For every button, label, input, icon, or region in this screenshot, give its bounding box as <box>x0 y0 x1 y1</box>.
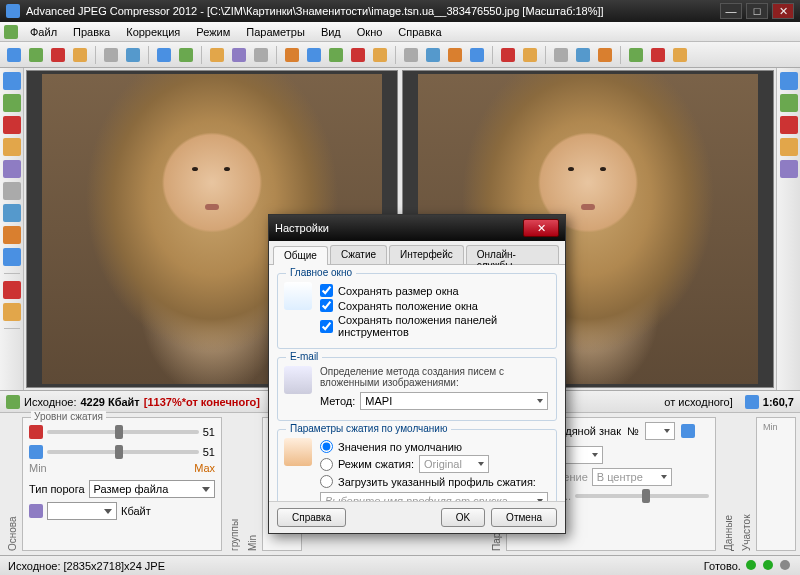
menu-view[interactable]: Вид <box>313 24 349 40</box>
mode-dropdown[interactable]: Original <box>419 455 489 473</box>
grid-button[interactable] <box>780 138 798 156</box>
opt-mode-radio[interactable] <box>320 458 333 471</box>
vflip-button[interactable] <box>326 45 346 65</box>
flash-button[interactable] <box>3 281 21 299</box>
image-button[interactable] <box>101 45 121 65</box>
opt-profile-row[interactable]: Загрузить указанный профиль сжатия: <box>320 475 548 488</box>
save-as-button[interactable] <box>70 45 90 65</box>
hand-button[interactable] <box>445 45 465 65</box>
group-button[interactable] <box>520 45 540 65</box>
pane-r-button[interactable] <box>573 45 593 65</box>
save-button[interactable] <box>48 45 68 65</box>
move-button[interactable] <box>780 94 798 112</box>
cancel-button[interactable]: Отмена <box>491 508 557 527</box>
zoom-button[interactable] <box>780 72 798 90</box>
save-size-checkbox[interactable] <box>320 284 333 297</box>
dialog-close-button[interactable]: ✕ <box>523 219 559 237</box>
dialog-body: Главное окно Сохранять размер окна Сохра… <box>269 265 565 501</box>
select-button[interactable] <box>3 72 21 90</box>
paste-button[interactable] <box>251 45 271 65</box>
pane-split-button[interactable] <box>595 45 615 65</box>
redo-button[interactable] <box>176 45 196 65</box>
rot-right-button[interactable] <box>370 45 390 65</box>
cascade-button[interactable] <box>626 45 646 65</box>
cut-button[interactable] <box>207 45 227 65</box>
help-button[interactable]: Справка <box>277 508 346 527</box>
section-section-tab[interactable]: Участок <box>738 417 752 551</box>
menu-correct[interactable]: Коррекция <box>118 24 188 40</box>
compression-levels-panel: Уровни сжатия 51 51 Min Max Тип по <box>22 417 222 551</box>
threshold-type-dropdown[interactable]: Размер файла <box>89 480 215 498</box>
profile-dropdown[interactable]: Выберите имя профиля от списка... <box>320 492 548 501</box>
info-button[interactable] <box>3 248 21 266</box>
level1-slider[interactable] <box>47 430 199 434</box>
tab-interface[interactable]: Интерфейс <box>389 245 464 264</box>
fieldset-email: E-mail Определение метода создания писем… <box>277 357 557 421</box>
pick-button[interactable] <box>3 116 21 134</box>
lasso-button[interactable] <box>3 182 21 200</box>
main-toolbar <box>0 42 800 68</box>
new-button[interactable] <box>4 45 24 65</box>
save-toolbars-checkbox[interactable] <box>320 320 333 333</box>
color-button[interactable] <box>467 45 487 65</box>
save-size-row[interactable]: Сохранять размер окна <box>320 284 548 297</box>
save-pos-row[interactable]: Сохранять положение окна <box>320 299 548 312</box>
opt-mode-row[interactable]: Режим сжатия: Original <box>320 455 548 473</box>
close-button[interactable]: ✕ <box>772 3 794 19</box>
tab-general[interactable]: Общие <box>273 246 328 265</box>
pane-l-button[interactable] <box>551 45 571 65</box>
hand-button[interactable] <box>3 94 21 112</box>
watermark-number[interactable] <box>645 422 675 440</box>
tile-h-button[interactable] <box>648 45 668 65</box>
crop-button[interactable] <box>3 138 21 156</box>
tab-online[interactable]: Онлайн-службы <box>466 245 559 264</box>
menu-edit[interactable]: Правка <box>65 24 118 40</box>
menu-window[interactable]: Окно <box>349 24 391 40</box>
level1-icon <box>29 425 43 439</box>
zoom-button[interactable] <box>401 45 421 65</box>
menu-file[interactable]: Файл <box>22 24 65 40</box>
opt-profile-radio[interactable] <box>320 475 333 488</box>
section-data-tab[interactable]: Данные <box>720 417 734 551</box>
position-dropdown[interactable]: В центре <box>592 468 672 486</box>
opacity-slider[interactable] <box>575 494 709 498</box>
hflip-button[interactable] <box>304 45 324 65</box>
save-pos-checkbox[interactable] <box>320 299 333 312</box>
opt-default-row[interactable]: Значения по умолчанию <box>320 440 548 453</box>
tile-h-icon <box>651 48 665 62</box>
menu-help[interactable]: Справка <box>390 24 449 40</box>
info-button[interactable] <box>780 116 798 134</box>
crop-button[interactable] <box>282 45 302 65</box>
palette-button[interactable] <box>3 303 21 321</box>
section-equalizer-tab[interactable]: Min <box>244 417 258 551</box>
rot-right-icon <box>373 48 387 62</box>
section-base-tab[interactable]: Основа <box>4 417 18 551</box>
batch-button[interactable] <box>123 45 143 65</box>
ok-button[interactable]: OK <box>441 508 485 527</box>
opt-default-radio[interactable] <box>320 440 333 453</box>
save-toolbars-row[interactable]: Сохранять положения панелей инструментов <box>320 314 548 338</box>
menu-mode[interactable]: Режим <box>188 24 238 40</box>
1-1-button[interactable] <box>423 45 443 65</box>
pointer-button[interactable] <box>3 204 21 222</box>
email-method-dropdown[interactable]: MAPI <box>360 392 548 410</box>
open-button[interactable] <box>26 45 46 65</box>
chevron-down-icon <box>104 509 112 514</box>
text-button[interactable] <box>3 160 21 178</box>
rot-left-button[interactable] <box>348 45 368 65</box>
undo-button[interactable] <box>154 45 174 65</box>
dialog-tabs: Общие Сжатие Интерфейс Онлайн-службы <box>269 241 565 265</box>
minimize-button[interactable]: — <box>720 3 742 19</box>
section-groups-tab[interactable]: группы <box>226 417 240 551</box>
menu-params[interactable]: Параметры <box>238 24 313 40</box>
tile-v-button[interactable] <box>670 45 690 65</box>
color-button[interactable] <box>3 226 21 244</box>
copy-button[interactable] <box>229 45 249 65</box>
profile-button[interactable] <box>780 160 798 178</box>
tab-compress[interactable]: Сжатие <box>330 245 387 264</box>
level2-slider[interactable] <box>47 450 199 454</box>
rect-button[interactable] <box>498 45 518 65</box>
threshold-size-input[interactable] <box>47 502 117 520</box>
vflip-icon <box>329 48 343 62</box>
maximize-button[interactable]: □ <box>746 3 768 19</box>
